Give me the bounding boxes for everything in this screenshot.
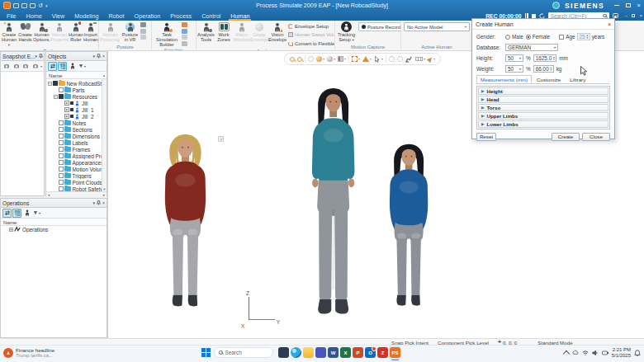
doc-minimize-button[interactable]: –	[625, 14, 627, 18]
visibility-checkbox[interactable]	[59, 167, 64, 172]
visibility-checkbox[interactable]: ×	[64, 107, 69, 112]
powerpoint-taskbar-icon[interactable]: P	[353, 347, 363, 358]
create-human-button[interactable]: Create Human ▾	[1, 21, 17, 48]
posture-recorder-button[interactable]: Posture Recorder ...	[358, 22, 401, 31]
tab-control[interactable]: Control	[197, 11, 225, 21]
user-avatar[interactable]	[552, 2, 560, 9]
file-explorer-taskbar-icon[interactable]	[303, 347, 314, 358]
pin-icon[interactable]	[97, 200, 101, 205]
select-mode-icon[interactable]: ▾	[374, 56, 383, 63]
outlook-taskbar-icon[interactable]: O	[365, 347, 376, 358]
tab-customize[interactable]: Customize	[533, 75, 565, 83]
zoom-in-icon[interactable]: +	[290, 57, 295, 62]
news-widget[interactable]: Finance headline Trump tariffs ca...	[3, 347, 54, 359]
filter-icon[interactable]: ▾	[32, 209, 41, 218]
tab-operation[interactable]: Operation	[130, 11, 166, 21]
tree-item-point-clouds[interactable]: Point Clouds	[46, 179, 107, 186]
edge-taskbar-icon[interactable]	[291, 347, 301, 358]
tree-item-dimensions[interactable]: Dimensions	[46, 133, 107, 139]
objects-vscrollbar[interactable]: ▼	[102, 79, 107, 191]
female-radio[interactable]: Female	[526, 34, 550, 40]
undo-icon[interactable]: ↺	[38, 3, 43, 8]
section-upper-limbs[interactable]: ▶Upper Limbs	[478, 112, 608, 120]
notifications-icon[interactable]	[634, 350, 641, 356]
tree-item-notes[interactable]: Notes	[46, 120, 107, 126]
tree-item-assigned-prototype[interactable]: Assigned Prototype	[46, 153, 107, 159]
tree-item-robot-safety[interactable]: Robot Safety	[46, 186, 107, 191]
posture-tool-icon[interactable]	[140, 29, 146, 34]
taskbar-search[interactable]: Search	[214, 347, 273, 358]
tree-item-labels[interactable]: Labels	[46, 139, 107, 146]
onedrive-icon[interactable]	[572, 350, 579, 356]
wifi-icon[interactable]	[582, 350, 589, 356]
objects-hscrollbar[interactable]: ◄ ►	[46, 191, 107, 197]
visibility-checkbox[interactable]	[59, 153, 64, 158]
tree-item-jill-1[interactable]: ×Jill_1	[46, 106, 107, 113]
expander-icon[interactable]: +	[9, 228, 13, 232]
markup-icon[interactable]: ▾	[428, 57, 435, 62]
tab-view[interactable]: View	[47, 11, 69, 21]
male-radio[interactable]: Male	[505, 34, 523, 40]
tab-robot[interactable]: Robot	[103, 11, 129, 21]
scroll-left-icon[interactable]: ◄	[47, 193, 50, 197]
grasp-envelope-button[interactable]: Grasp Envelope	[250, 21, 268, 48]
chevron-down-icon[interactable]: ▾	[40, 64, 42, 68]
link-view-icon[interactable]	[48, 62, 57, 71]
import-human-button[interactable]: Import Human	[83, 21, 98, 48]
section-head[interactable]: ▶Head	[478, 96, 608, 103]
section-height[interactable]: ▶Height	[478, 87, 608, 95]
envelope-setup-button[interactable]: Envelope Setup	[288, 22, 335, 30]
human-options-button[interactable]: Human Options...	[33, 21, 50, 48]
reset-button[interactable]: Reset	[476, 133, 496, 141]
scroll-right-icon[interactable]: ►	[102, 193, 106, 197]
save-icon[interactable]	[13, 3, 19, 8]
visibility-checkbox[interactable]	[59, 134, 64, 139]
panel-menu-icon[interactable]: ▾	[93, 54, 96, 59]
word-taskbar-icon[interactable]: W	[328, 347, 339, 358]
analysis-tools-button[interactable]: Analysis Tools	[197, 21, 215, 48]
tab-library[interactable]: Library	[566, 75, 590, 83]
human-properties-button[interactable]: Human Properties	[50, 21, 69, 48]
settings-icon[interactable]	[389, 56, 395, 62]
display-style-icon[interactable]: ▾	[338, 56, 346, 62]
pin-icon[interactable]	[97, 54, 101, 59]
posture-tool-icon[interactable]	[140, 35, 146, 40]
camera-icon[interactable]	[12, 62, 21, 71]
battery-icon[interactable]	[602, 350, 608, 356]
tab-measurements[interactable]: Measurements (mm)	[476, 75, 532, 83]
visibility-checkbox[interactable]: ×	[64, 101, 69, 106]
visibility-checkbox[interactable]	[59, 120, 64, 125]
database-select[interactable]: GERMAN▾	[505, 44, 558, 52]
tree-view-icon[interactable]	[58, 62, 67, 71]
display-checkbox[interactable]	[70, 101, 74, 106]
tree-item-new-robcadstudy[interactable]: −New RobcadStudy	[46, 80, 107, 87]
scroll-up-icon[interactable]: ▲	[102, 73, 106, 78]
teams-taskbar-icon[interactable]	[315, 347, 326, 358]
tracking-setup-button[interactable]: Tracking Setup ▾	[336, 21, 357, 44]
display-checkbox[interactable]	[70, 108, 74, 112]
tab-home[interactable]: Home	[21, 11, 47, 21]
display-checkbox[interactable]	[70, 115, 74, 119]
age-checkbox[interactable]	[559, 35, 564, 40]
convert-to-flexible-cable-button[interactable]: Convert to Flexible Cable	[288, 40, 335, 47]
vision-window-button[interactable]: Vision Window	[233, 21, 250, 48]
visibility-checkbox[interactable]	[59, 186, 64, 191]
visibility-checkbox[interactable]	[59, 147, 64, 152]
height-percentile-select[interactable]: 50▾	[505, 54, 523, 63]
comment-icon[interactable]	[613, 13, 618, 18]
visibility-checkbox[interactable]	[59, 173, 64, 178]
minimize-button[interactable]	[614, 5, 619, 7]
visibility-checkbox[interactable]	[53, 81, 58, 86]
copy-icon[interactable]	[21, 3, 27, 8]
posture-in-vr-button[interactable]: Posture in VR	[121, 21, 140, 44]
create-hands-button[interactable]: Create Hands	[17, 21, 33, 48]
visibility-checkbox[interactable]	[59, 140, 64, 145]
panel-menu-icon[interactable]: ▾	[93, 201, 96, 205]
visibility-checkbox[interactable]: ×	[64, 114, 69, 119]
maximize-button[interactable]	[626, 3, 631, 7]
human-ruler-button[interactable]: Human Ruler	[69, 21, 83, 48]
tree-item-resources[interactable]: −Resources	[46, 93, 107, 100]
dialog-close-icon[interactable]: ×	[608, 21, 611, 27]
human-figure-jill-1[interactable]	[293, 86, 373, 327]
camera-icon[interactable]	[21, 62, 31, 71]
